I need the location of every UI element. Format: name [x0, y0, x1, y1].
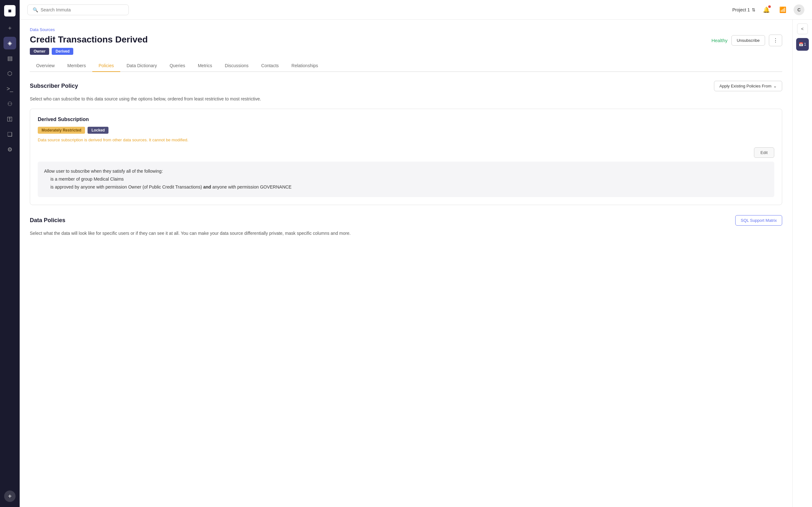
rule-1: is a member of group Medical Claims [44, 175, 768, 183]
notification-dot [768, 5, 771, 8]
sidebar-item-layers[interactable]: ◈ [3, 37, 16, 49]
sidebar-item-clipboard[interactable]: ❑ [3, 128, 16, 141]
derived-subscription-title: Derived Subscription [38, 117, 774, 122]
key-icon: ⚿ [7, 116, 13, 123]
tabs: Overview Members Policies Data Dictionar… [30, 60, 782, 72]
page-header-actions: Healthy Unsubscribe ⋮ [711, 35, 782, 46]
wifi-icon: 📶 [779, 6, 786, 13]
subscriber-policy-header: Subscriber Policy Apply Existing Policie… [30, 81, 782, 91]
content-area: Data Sources Credit Transactions Derived… [20, 20, 812, 507]
sidebar-item-users[interactable]: ⚇ [3, 98, 16, 110]
edit-button[interactable]: Edit [754, 147, 774, 158]
sidebar-item-add[interactable]: ＋ [3, 21, 16, 34]
notification-bell[interactable]: 🔔 [761, 4, 772, 15]
rule-2: is approved by anyone with permission Ow… [44, 183, 768, 191]
tag-badges: Owner Derived [30, 48, 711, 55]
add-circle-icon: ＋ [7, 24, 13, 32]
page-header: Credit Transactions Derived Owner Derive… [30, 35, 782, 55]
sidebar-item-terminal[interactable]: >_ [3, 82, 16, 95]
sidebar-bottom-add[interactable]: + [4, 491, 15, 502]
more-options-button[interactable]: ⋮ [769, 35, 782, 46]
sql-support-matrix-button[interactable]: SQL Support Matrix [735, 215, 782, 226]
calendar-icon: 📅 [799, 42, 803, 47]
search-box[interactable]: 🔍 [27, 4, 129, 15]
clipboard-icon: ❑ [7, 131, 12, 138]
badge-locked: Locked [88, 127, 108, 134]
apply-existing-policies-button[interactable]: Apply Existing Policies From ⌄ [714, 81, 782, 91]
badge-owner: Owner [30, 48, 49, 55]
tab-discussions[interactable]: Discussions [218, 60, 255, 72]
sidebar-logo[interactable]: ■ [4, 5, 15, 16]
data-policies-header: Data Policies SQL Support Matrix [30, 215, 782, 226]
rule-2-post: anyone with permission GOVERNANCE [211, 184, 292, 189]
folder-icon: ▤ [7, 55, 13, 62]
subscriber-policy-description: Select who can subscribe to this data so… [30, 96, 782, 102]
search-input[interactable] [41, 7, 123, 12]
content-main: Data Sources Credit Transactions Derived… [20, 20, 792, 507]
wifi-icon-btn[interactable]: 📶 [777, 4, 789, 15]
project-label: Project 1 [732, 7, 750, 12]
plus-icon: + [8, 493, 12, 500]
rule-intro: Allow user to subscribe when they satisf… [44, 167, 768, 175]
right-panel: < 📅 1 [792, 20, 812, 507]
derived-note: Data source subscription is derived from… [38, 137, 774, 142]
users-icon: ⚇ [7, 101, 12, 107]
data-policies-title: Data Policies [30, 217, 65, 224]
topbar: 🔍 Project 1 ⇅ 🔔 📶 C [20, 0, 812, 20]
tab-data-dictionary[interactable]: Data Dictionary [120, 60, 163, 72]
policy-badges: Moderately Restricted Locked [38, 127, 774, 134]
data-policies-description: Select what the data will look like for … [30, 230, 782, 237]
rule-2-pre: is approved by anyone with permission Ow… [50, 184, 203, 189]
tab-policies[interactable]: Policies [92, 60, 120, 72]
sidebar: ■ ＋ ◈ ▤ ⬡ >_ ⚇ ⚿ ❑ ⚙ + [0, 0, 20, 507]
apply-label: Apply Existing Policies From [719, 83, 771, 89]
policy-card: Derived Subscription Moderately Restrict… [30, 109, 782, 205]
rule-2-bold: and [203, 184, 211, 189]
main-area: 🔍 Project 1 ⇅ 🔔 📶 C Data Sources [20, 0, 812, 507]
terminal-icon: >_ [7, 86, 13, 92]
subscriber-policy-title: Subscriber Policy [30, 83, 78, 89]
tab-metrics[interactable]: Metrics [192, 60, 218, 72]
tab-queries[interactable]: Queries [163, 60, 192, 72]
page-title-section: Credit Transactions Derived Owner Derive… [30, 35, 711, 55]
page-title: Credit Transactions Derived [30, 35, 711, 45]
tab-overview[interactable]: Overview [30, 60, 61, 72]
project-selector[interactable]: Project 1 ⇅ [732, 7, 756, 12]
user-avatar[interactable]: C [794, 4, 804, 15]
topbar-right: Project 1 ⇅ 🔔 📶 C [732, 4, 804, 15]
search-icon: 🔍 [33, 7, 38, 12]
tab-relationships[interactable]: Relationships [285, 60, 324, 72]
collapse-icon: < [801, 26, 803, 32]
panel-badge[interactable]: 📅 1 [796, 38, 809, 51]
sidebar-item-shield[interactable]: ⬡ [3, 67, 16, 80]
badge-moderately-restricted: Moderately Restricted [38, 127, 85, 134]
chevron-icon: ⇅ [752, 7, 756, 12]
unsubscribe-button[interactable]: Unsubscribe [731, 35, 765, 46]
sidebar-item-folder[interactable]: ▤ [3, 52, 16, 65]
chevron-down-icon: ⌄ [773, 83, 777, 89]
breadcrumb[interactable]: Data Sources [30, 27, 782, 32]
badge-derived: Derived [52, 48, 73, 55]
sidebar-item-key[interactable]: ⚿ [3, 113, 16, 125]
settings-icon: ⚙ [7, 146, 12, 153]
status-badge: Healthy [711, 38, 728, 43]
tab-members[interactable]: Members [61, 60, 92, 72]
badge-count: 1 [804, 42, 806, 47]
policy-card-actions: Edit [38, 147, 774, 158]
sidebar-item-settings[interactable]: ⚙ [3, 143, 16, 156]
layers-icon: ◈ [8, 40, 12, 47]
tab-contacts[interactable]: Contacts [255, 60, 285, 72]
panel-collapse-button[interactable]: < [797, 23, 808, 34]
policy-rules-box: Allow user to subscribe when they satisf… [38, 162, 774, 197]
shield-icon: ⬡ [7, 70, 12, 77]
